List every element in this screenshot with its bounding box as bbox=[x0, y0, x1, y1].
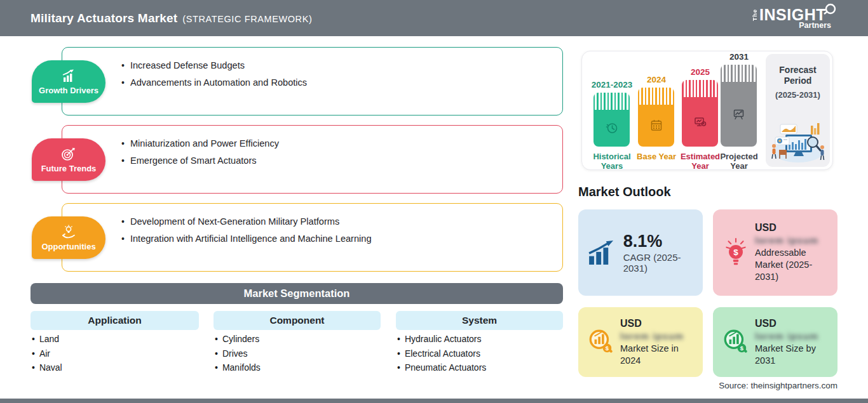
svg-text:$: $ bbox=[606, 345, 609, 352]
market-outlook-title: Market Outlook bbox=[578, 185, 671, 199]
bar-chart-arrow-icon bbox=[60, 69, 77, 84]
timeline-card: 2021-2023 2024 2025 2031 bbox=[581, 51, 833, 170]
future-trends-label: Future Trends bbox=[41, 164, 97, 173]
application-list: Land Air Naval bbox=[32, 334, 62, 377]
magnifier-circle-icon bbox=[824, 3, 837, 17]
historical-years-bar bbox=[593, 93, 630, 147]
header: Military Actuators Market(STRATEGIC FRAM… bbox=[0, 0, 868, 36]
cagr-card: 8.1% CAGR (2025-2031) bbox=[578, 209, 703, 296]
subtitle-text: (STRATEGIC FRAMEWORK) bbox=[182, 14, 312, 24]
target-dart-icon bbox=[60, 147, 77, 162]
blurred-value: lorem ipsum bbox=[755, 331, 818, 341]
list-item: Cylinders bbox=[215, 334, 261, 344]
list-item: Pneumatic Actuators bbox=[397, 362, 486, 373]
card-label: Market Size in 2024 bbox=[620, 343, 695, 367]
list-item: Emergence of Smart Actuators bbox=[121, 155, 562, 166]
list-item: Development of Next-Generation Military … bbox=[121, 216, 562, 227]
source-text: Source: theinsightpartners.com bbox=[719, 381, 837, 390]
list-item: Drives bbox=[215, 348, 261, 359]
segmentation-column-system: System bbox=[396, 311, 563, 330]
bottom-strip bbox=[0, 399, 868, 403]
future-trends-list: Miniaturization and Power Efficiency Eme… bbox=[62, 126, 562, 166]
insight-partners-logo: The INSIGHT Partners bbox=[752, 7, 837, 30]
year-historical: 2021-2023 bbox=[586, 80, 638, 89]
title-text: Military Actuators Market bbox=[31, 11, 177, 25]
dollar-bulb-icon: $ bbox=[724, 238, 748, 267]
opportunities-list: Development of Next-Generation Military … bbox=[62, 204, 562, 244]
list-item: Increased Defense Budgets bbox=[121, 60, 562, 70]
list-item: Miniaturization and Power Efficiency bbox=[121, 138, 562, 149]
cagr-value: 8.1% bbox=[623, 232, 703, 251]
list-item: Land bbox=[32, 334, 62, 344]
projected-year-label: Projected Year bbox=[715, 152, 763, 171]
growth-drivers-label: Growth Drivers bbox=[39, 86, 98, 95]
addressable-market-card: $ USD lorem ipsum Addressable Market (20… bbox=[713, 209, 837, 296]
opportunities-badge: Opportunities bbox=[32, 216, 105, 259]
list-item: Hydraulic Actuators bbox=[397, 334, 486, 344]
currency-label: USD bbox=[755, 222, 830, 234]
growth-drivers-badge: Growth Drivers bbox=[32, 60, 105, 103]
list-item: Air bbox=[32, 348, 62, 359]
monitor-gear-icon bbox=[693, 114, 708, 129]
year-estimated: 2025 bbox=[675, 67, 725, 77]
growth-drivers-list: Increased Defense Budgets Advancements i… bbox=[62, 48, 562, 88]
svg-text:$: $ bbox=[733, 248, 738, 257]
calendar-icon bbox=[649, 118, 664, 133]
logo-name: INSIGHT bbox=[759, 7, 826, 23]
forecast-title-line2: Period bbox=[766, 76, 830, 86]
logo-the: The bbox=[752, 9, 758, 21]
card-label: Addressable Market (2025-2031) bbox=[755, 247, 830, 283]
base-year-label: Base Year bbox=[632, 152, 681, 161]
year-base: 2024 bbox=[632, 75, 681, 84]
growth-drivers-box: Growth Drivers Increased Defense Budgets… bbox=[62, 47, 563, 116]
segmentation-column-component: Component bbox=[214, 311, 381, 330]
list-item: Electrical Actuators bbox=[397, 348, 486, 359]
card-label: Market Size by 2031 bbox=[755, 343, 830, 367]
future-trends-badge: Future Trends bbox=[32, 138, 105, 181]
list-item: Manifolds bbox=[215, 362, 261, 373]
future-trends-box: Future Trends Miniaturization and Power … bbox=[62, 125, 563, 194]
list-item: Integration with Artificial Intelligence… bbox=[121, 234, 562, 244]
presentation-chart-icon bbox=[731, 107, 747, 122]
base-year-bar bbox=[638, 88, 674, 147]
opportunities-label: Opportunities bbox=[41, 242, 95, 251]
cagr-label: CAGR (2025-2031) bbox=[623, 252, 703, 274]
magnifier-chart-icon: $ bbox=[721, 327, 750, 357]
component-list: Cylinders Drives Manifolds bbox=[215, 334, 261, 377]
opportunities-box: Opportunities Development of Next-Genera… bbox=[62, 203, 563, 272]
segmentation-column-application: Application bbox=[31, 311, 199, 330]
estimated-year-bar bbox=[682, 80, 718, 147]
growth-arrow-chart-icon bbox=[588, 239, 617, 266]
forecast-title-line1: Forecast bbox=[766, 65, 830, 76]
list-item: Naval bbox=[32, 362, 62, 373]
list-item: Advancements in Automation and Robotics bbox=[121, 77, 562, 88]
page-title: Military Actuators Market(STRATEGIC FRAM… bbox=[31, 11, 312, 25]
historical-years-label: Historical Years bbox=[588, 152, 636, 171]
bulb-hand-icon bbox=[60, 225, 77, 240]
currency-label: USD bbox=[620, 318, 695, 329]
forecast-illustration bbox=[768, 122, 828, 164]
system-list: Hydraulic Actuators Electrical Actuators… bbox=[397, 334, 486, 377]
blurred-value: lorem ipsum bbox=[620, 331, 684, 341]
svg-text:$: $ bbox=[740, 345, 744, 352]
clock-history-icon bbox=[604, 121, 620, 136]
blurred-value: lorem ipsum bbox=[755, 235, 818, 246]
forecast-range: (2025-2031) bbox=[766, 90, 830, 100]
currency-label: USD bbox=[755, 318, 830, 329]
year-projected: 2031 bbox=[714, 52, 764, 62]
market-segmentation-header: Market Segmentation bbox=[31, 283, 563, 304]
market-size-2024-card: $ USD lorem ipsum Market Size in 2024 bbox=[578, 307, 703, 377]
forecast-period-panel: Forecast Period (2025-2031) bbox=[766, 54, 830, 167]
magnifier-chart-icon: $ bbox=[587, 327, 616, 357]
market-size-2031-card: $ USD lorem ipsum Market Size by 2031 bbox=[713, 307, 837, 377]
projected-year-bar bbox=[721, 65, 757, 147]
